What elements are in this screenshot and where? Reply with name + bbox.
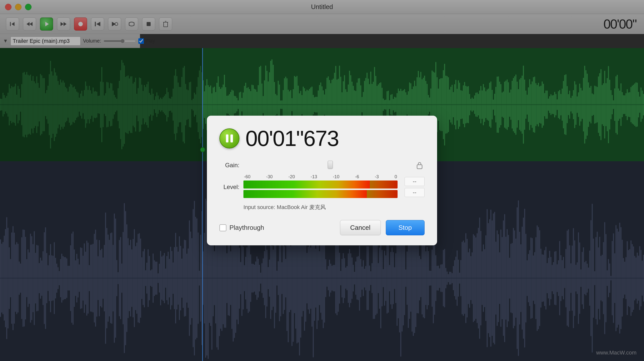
gain-slider-container [243, 161, 411, 170]
modal-overlay: 00'01"673 Gain: Level: -60 -30 [0, 0, 644, 361]
pause-button[interactable] [219, 128, 239, 148]
record-dialog-header: 00'01"673 [219, 126, 425, 151]
cancel-button[interactable]: Cancel [340, 220, 381, 235]
meter-2-container [243, 190, 398, 198]
record-dialog: 00'01"673 Gain: Level: -60 -30 [207, 116, 437, 245]
meter-1-active [243, 180, 370, 189]
playthrough-checkbox[interactable] [219, 224, 226, 231]
scale-val-3: -3 [375, 174, 379, 179]
meter-2-value: -- [405, 188, 425, 197]
dialog-buttons: Cancel Stop [340, 220, 425, 235]
playthrough-container: Playthrough [219, 224, 264, 232]
meter-1-container [243, 180, 398, 189]
meter-1-value: -- [405, 177, 425, 186]
scale-val-13: -13 [311, 174, 317, 179]
svg-rect-16 [417, 165, 422, 169]
meter-2-active [243, 190, 367, 198]
scale-val-60: -60 [244, 174, 250, 179]
gain-label: Gain: [219, 162, 239, 169]
gain-slider[interactable] [243, 161, 411, 169]
pause-bar-right [230, 134, 233, 142]
meter-2-background [243, 190, 398, 198]
stop-button[interactable]: Stop [386, 220, 425, 235]
level-row: Level: -60 -30 -20 -13 -10 -6 -3 0 [219, 174, 425, 200]
record-time: 00'01"673 [245, 126, 339, 151]
scale-val-30: -30 [266, 174, 273, 179]
scale-val-6: -6 [355, 174, 359, 179]
gain-row: Gain: [219, 160, 425, 170]
pause-bar-left [226, 134, 228, 142]
pause-icon [226, 134, 233, 142]
scale-val-20: -20 [288, 174, 295, 179]
lock-icon [416, 161, 423, 169]
level-label: Level: [219, 184, 239, 191]
dialog-bottom: Playthrough Cancel Stop [219, 220, 425, 235]
input-source: Input source: MacBook Air 麦克风 [243, 204, 425, 211]
meter-1-background [243, 180, 398, 189]
playthrough-label: Playthrough [229, 224, 264, 232]
scale-val-10: -10 [333, 174, 339, 179]
level-meters: -60 -30 -20 -13 -10 -6 -3 0 [243, 174, 398, 200]
lock-icon-wrap [415, 160, 425, 170]
scale-val-0: 0 [395, 174, 397, 179]
level-scale: -60 -30 -20 -13 -10 -6 -3 0 [243, 174, 398, 179]
